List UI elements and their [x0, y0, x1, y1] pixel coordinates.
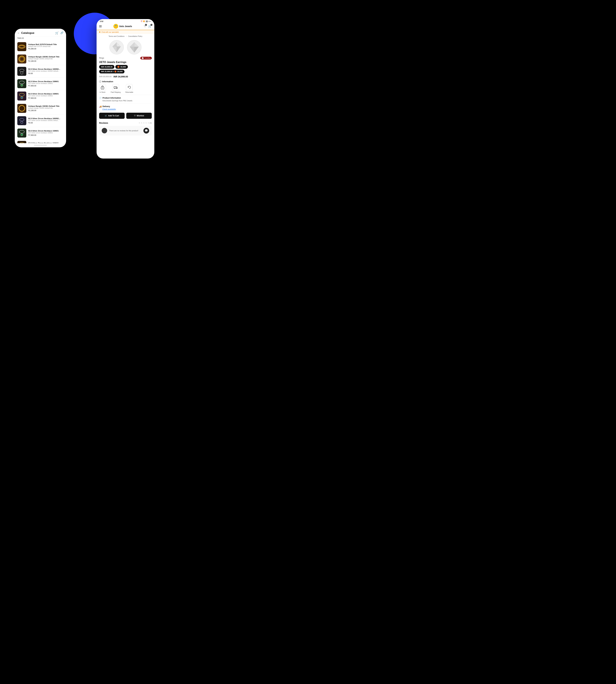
product-info-text: XetoJewels Earrings from PMJ Jewels	[99, 100, 152, 101]
product-name: Antique Bangle 150361 Default Title	[28, 105, 64, 107]
whatsapp-button[interactable]: 💬	[144, 128, 149, 134]
price-tags-row2: INR 25,999.00 + 🎁 30,000	[96, 70, 154, 74]
product-info: 92.5 Silver Zircon Necklace 160092... 92…	[28, 68, 64, 74]
product-thumbnail	[17, 79, 26, 88]
product-info: 92.5 Silver Zircon Necklace 158601 92.5 …	[28, 81, 64, 87]
review-empty-text: There are no reviews for this product!	[109, 130, 141, 132]
stock-icon	[99, 84, 106, 91]
product-thumbnail	[17, 141, 26, 143]
product-info: Antique Bangle 150361 Default Title anti…	[28, 105, 64, 112]
review-avatar	[102, 128, 107, 133]
product-name: 92.5 Silver Zircon Necklace 158601	[28, 142, 64, 143]
svg-point-13	[21, 84, 23, 86]
product-thumbnail	[17, 54, 26, 64]
product-image-2	[127, 40, 141, 54]
product-info: 92.5 Silver Zircon Necklace 158601 92.5 …	[28, 93, 64, 99]
list-item[interactable]: 92.5 Silver Zircon Necklace 158601 92.5 …	[15, 127, 66, 139]
cancellation-link[interactable]: Cancellation Policy	[128, 35, 142, 37]
price-tags: INR 34,999.00 🎁 69,999	[96, 65, 154, 70]
trending-label: Trending	[144, 57, 151, 59]
product-category: Rings	[99, 57, 104, 59]
list-item[interactable]: 92.5 Silver Zircon Necklace 160092... 92…	[15, 65, 66, 77]
product-images	[96, 39, 154, 56]
link-icon[interactable]: 🔗	[60, 31, 64, 35]
trending-badge: 📈 Trending	[140, 57, 152, 60]
product-thumbnail	[17, 129, 26, 138]
cart-btn-label: Add To Cart	[108, 115, 119, 117]
price-tag-2-label: 69,999	[120, 66, 126, 68]
product-name: 92.5 Silver Zircon Necklace 158601	[28, 93, 64, 95]
list-item[interactable]: Antique Bangle 150361 Default Title anti…	[15, 53, 66, 65]
product-info: Antique Bangle 150361 Default Title anti…	[28, 56, 64, 62]
list-item[interactable]: 92.5 Silver Zircon Necklace 158601 92.5 …	[15, 139, 66, 143]
policy-links: Terms and Conditons | Cancellation Polic…	[96, 34, 154, 39]
gift-icon: 🎁	[117, 66, 120, 68]
trending-icon: 📈	[142, 57, 144, 59]
chat-banner[interactable]: Chat with our specialist	[96, 30, 154, 34]
back-button[interactable]: ←	[17, 31, 20, 35]
catalogue-list[interactable]: Antique Belt 157678 Default Title antiqu…	[15, 41, 66, 143]
stars-row: ★ ★ ★ ★ ★ (0)	[138, 122, 152, 124]
product-subname: 92.5 silver zircon necklace 158601	[28, 132, 64, 134]
status-icons: ⏰ 📶 ▐▐ 30%	[141, 21, 151, 22]
top-nav: 🏅 Xeto Jewels ♡ 0 🛒 0	[96, 23, 154, 30]
wifi-icon: 📶	[143, 21, 145, 22]
price-tag-combo[interactable]: INR 25,999.00 + 🎁 30,000	[99, 70, 125, 73]
wishlist-btn-label: Wishlist	[137, 115, 144, 117]
brand-name: Xeto Jewels	[119, 25, 132, 28]
info-item-shipping: Paid Shipping	[111, 84, 120, 93]
return-label: Returnable	[126, 91, 133, 93]
cart-icon[interactable]: 🛒	[55, 31, 59, 35]
divider-2	[99, 103, 152, 104]
product-name: Antique Bangle 150361 Default Title	[28, 56, 64, 58]
terms-link[interactable]: Terms and Conditons	[109, 35, 125, 37]
list-item[interactable]: 92.5 Silver Zircon Necklace 160092... 92…	[15, 115, 66, 127]
reviews-header: Reviews ★ ★ ★ ★ ★ (0)	[99, 122, 152, 124]
delivery-icon: 🚚	[99, 105, 102, 108]
product-info-label: Product Information	[103, 97, 121, 99]
svg-rect-21	[17, 116, 26, 125]
add-to-cart-button[interactable]: 🛒 Add To Cart	[99, 113, 125, 119]
product-thumbnail	[17, 67, 26, 76]
check-availability-link[interactable]: Check availability	[99, 108, 152, 110]
price-sale: INR 34,999.00	[113, 75, 128, 78]
info-icons-row: In Stock Paid Shipping	[99, 84, 152, 93]
price-tag-1[interactable]: INR 34,999.00	[99, 65, 114, 69]
product-price: ₹4,380.00	[28, 48, 64, 50]
title-xeto: XETO	[99, 61, 106, 64]
product-name: 92.5 Silver Zircon Necklace 160092...	[28, 68, 64, 70]
list-item[interactable]: Antique Bangle 150361 Default Title anti…	[15, 102, 66, 115]
star-5: ★	[148, 122, 149, 124]
list-item[interactable]: 92.5 Silver Zircon Necklace 158601 92.5 …	[15, 77, 66, 90]
info-item-return: Returnable	[126, 84, 133, 93]
shipping-label: Paid Shipping	[111, 91, 120, 93]
product-price: ₹2,180.00	[28, 60, 64, 62]
product-info: 92.5 Silver Zircon Necklace 160092... 92…	[28, 117, 64, 124]
list-item[interactable]: 92.5 Silver Zircon Necklace 158601 92.5 …	[15, 90, 66, 102]
information-title: i Information	[99, 81, 152, 83]
doc-icon: 📄	[99, 97, 102, 99]
svg-point-18	[21, 96, 23, 99]
divider-1	[99, 95, 152, 95]
product-subname: antique belt 157678 default title	[28, 46, 64, 47]
list-item[interactable]: Antique Belt 157678 Default Title antiqu…	[15, 41, 66, 53]
scene: ← Catalogue 🛒 🔗 ₹680.00	[10, 9, 154, 162]
product-title: XETO Jewels Earrings	[96, 60, 154, 65]
review-empty-state: There are no reviews for this product! 💬	[99, 126, 152, 135]
shipping-icon	[112, 84, 119, 91]
status-bar: 2:52 ⏰ 📶 ▐▐ 30%	[96, 19, 154, 23]
price-tag-2[interactable]: 🎁 69,999	[115, 65, 128, 69]
svg-point-53	[116, 88, 117, 89]
delivery-title: 🚚 Delivery	[99, 105, 152, 108]
product-subname: antique bangle 150361 default title	[28, 58, 64, 60]
wishlist-button[interactable]: ♡ Wishlist	[126, 113, 152, 119]
status-time: 2:52	[100, 20, 103, 22]
cart-icon[interactable]: 🛒 0	[148, 25, 152, 28]
delivery-section: 🚚 Delivery Check availability	[96, 104, 154, 111]
hamburger-menu[interactable]	[99, 25, 102, 27]
wishlist-icon[interactable]: ♡ 0	[144, 25, 146, 28]
product-price: ₹7,900.00	[28, 97, 64, 99]
header-icons: 🛒 🔗	[55, 31, 64, 35]
title-rest: Jewels Earrings	[106, 61, 126, 64]
star-1: ★	[138, 122, 140, 124]
